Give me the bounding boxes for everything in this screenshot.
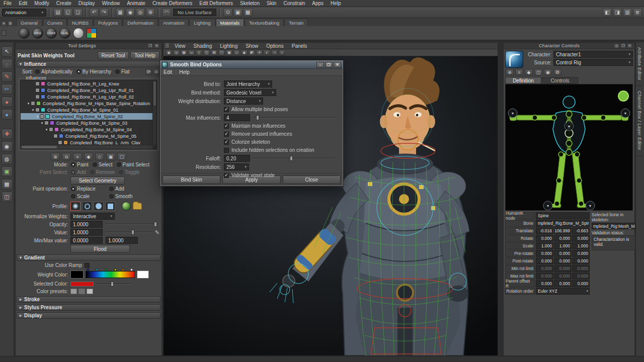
- panel-close-icon[interactable]: ✕: [627, 43, 632, 48]
- shelf-tab-terrain[interactable]: Terrain: [284, 19, 308, 26]
- mode-paint-radio[interactable]: [71, 162, 75, 167]
- camera-icon[interactable]: ◉: [166, 50, 172, 55]
- undo-icon[interactable]: ↶: [90, 8, 99, 17]
- menu-display[interactable]: Display: [75, 0, 99, 7]
- vp-menu-options[interactable]: Options: [262, 43, 287, 49]
- material-sample-icon[interactable]: [19, 28, 30, 39]
- sidebar-tool-settings-icon[interactable]: ◨: [613, 8, 622, 17]
- add-character-icon[interactable]: ⊕: [506, 69, 514, 75]
- dialog-menu-help[interactable]: Help: [179, 69, 190, 75]
- tool-help-button[interactable]: Tool Help: [130, 51, 159, 59]
- snap-curve-icon[interactable]: ◉: [126, 8, 135, 17]
- influence-item[interactable]: Completed_Rig:Bone_M_Hips_Base_Spine_Rot…: [21, 100, 156, 107]
- rotate-y-field[interactable]: 0.000: [554, 235, 572, 242]
- weight-color-high-swatch[interactable]: [137, 270, 149, 279]
- select-camera-icon[interactable]: ◎: [173, 50, 180, 55]
- opacity-slider[interactable]: [105, 221, 157, 227]
- panel-detach-icon[interactable]: ❐: [620, 43, 626, 48]
- falloff-slider[interactable]: [253, 155, 335, 161]
- max-influences-field[interactable]: 4: [224, 114, 250, 121]
- blue-sphere-tool-icon[interactable]: ●: [2, 109, 13, 120]
- shelf-tab-nurbs[interactable]: NURBS: [67, 19, 93, 26]
- include-hidden-selections-checkbox[interactable]: [224, 148, 229, 153]
- menu-skeleton[interactable]: Skeleton: [236, 0, 263, 7]
- blur-tool-icon[interactable]: ◍: [2, 154, 13, 164]
- browse-profile-folder-icon[interactable]: [133, 203, 142, 210]
- snap-plane-icon[interactable]: ⊕: [146, 8, 155, 17]
- vp-menu-panels[interactable]: Panels: [288, 43, 311, 49]
- max-influences-slider[interactable]: [253, 115, 335, 121]
- post-rotate-y-field[interactable]: 0.000: [554, 257, 572, 264]
- paint-op-scale-radio[interactable]: [71, 194, 75, 199]
- menu-file[interactable]: File: [0, 0, 15, 7]
- menu-animate[interactable]: Animate: [123, 0, 149, 7]
- skeleton-definition-view[interactable]: ▼ ▼ ▼ ▼ ▼: [505, 84, 633, 211]
- safe-action-icon[interactable]: ▢: [218, 50, 225, 55]
- snap-point-icon[interactable]: ◎: [136, 8, 145, 17]
- parent-offset-y-field[interactable]: 0.000: [554, 280, 572, 287]
- menu-create[interactable]: Create: [53, 0, 75, 7]
- stroke-section-header[interactable]: Stroke: [17, 296, 160, 303]
- construction-history-icon[interactable]: ⊙: [223, 8, 232, 17]
- weight-distribution-dropdown[interactable]: Distance: [224, 98, 263, 105]
- menu-constrain[interactable]: Constrain: [280, 0, 308, 7]
- max-value-field[interactable]: 1.0000: [106, 237, 138, 244]
- post-rotate-z-field[interactable]: 0.000: [572, 257, 590, 264]
- bind-method-dropdown[interactable]: Geodesic Voxel: [224, 89, 276, 96]
- redo-icon[interactable]: ↷: [100, 8, 109, 17]
- parent-offset-x-field[interactable]: 0.000: [536, 280, 553, 287]
- wireframe-icon[interactable]: ◇: [233, 50, 240, 55]
- textured-icon[interactable]: ◩: [249, 50, 255, 55]
- panel-pin-icon[interactable]: ◎: [614, 43, 619, 48]
- copy-weights-icon[interactable]: ▣: [106, 153, 115, 160]
- lights-icon[interactable]: ☀: [256, 50, 263, 55]
- character-dropdown[interactable]: Character1: [553, 51, 633, 58]
- save-scene-icon[interactable]: ◲: [73, 8, 83, 17]
- gradient-section-header[interactable]: Gradient: [17, 254, 160, 261]
- sort-flat-radio[interactable]: [115, 69, 120, 74]
- paint-op-replace-radio[interactable]: [71, 187, 75, 191]
- motion-blur-icon[interactable]: ≈: [279, 50, 285, 55]
- film-gate-icon[interactable]: ▭: [188, 50, 195, 55]
- separator[interactable]: [219, 8, 221, 17]
- select-geometry-button[interactable]: Select Geometry: [70, 176, 125, 185]
- sort-by-hierarchy-radio[interactable]: [76, 69, 81, 74]
- shaded-icon[interactable]: ◆: [241, 50, 248, 55]
- paint-op-add-radio[interactable]: [109, 187, 114, 191]
- dialog-menu-edit[interactable]: Edit: [164, 69, 172, 75]
- sidebar-attr-editor-icon[interactable]: ◧: [603, 8, 612, 17]
- horizontal-scrollbar[interactable]: [21, 145, 152, 149]
- resolution-dropdown[interactable]: 256: [224, 163, 249, 170]
- menu-edit-deformers[interactable]: Edit Deformers: [196, 0, 236, 7]
- shelf-tab-general[interactable]: General: [16, 19, 42, 26]
- ramp-marker-icon[interactable]: [87, 268, 89, 271]
- channel-box-tab[interactable]: Channel Box / Layer Editor: [636, 86, 643, 156]
- brush-profile-ring-icon[interactable]: [82, 202, 92, 211]
- maximize-icon[interactable]: [325, 62, 333, 68]
- open-scene-icon[interactable]: ◱: [63, 8, 72, 17]
- opacity-field[interactable]: 1.0000: [70, 221, 103, 228]
- ramp-marker-icon[interactable]: [122, 268, 124, 271]
- vertical-scrollbar[interactable]: [152, 80, 156, 145]
- bone-field[interactable]: mpleted_Rig:Bone_M_Spine_01: [536, 220, 590, 227]
- ramp-marker-icon[interactable]: [114, 268, 117, 271]
- influence-item[interactable]: Completed_Rig:Bone_M_Spine_05: [21, 133, 156, 139]
- ramp-marker-icon[interactable]: [130, 268, 133, 271]
- normalize-weights-dropdown[interactable]: Interactive: [70, 213, 115, 220]
- scale-y-field[interactable]: 1.000: [554, 242, 572, 249]
- keying-mode-icon[interactable]: ◉: [544, 69, 552, 75]
- value-field[interactable]: 1.0000: [70, 229, 103, 236]
- expand-arrow-icon[interactable]: [40, 121, 44, 125]
- validate-voxel-state-checkbox[interactable]: [224, 173, 229, 178]
- paste-weights-icon[interactable]: ▢: [117, 153, 126, 160]
- list-options-icon[interactable]: ≡: [153, 69, 159, 75]
- source-dropdown[interactable]: Control Rig: [553, 59, 633, 66]
- shelf-tab-polygons[interactable]: Polygons: [94, 19, 122, 26]
- influence-item[interactable]: Completed_Rig:Bone_R_Leg_Upr_Roll_02: [21, 94, 156, 100]
- safe-title-icon[interactable]: ▣: [226, 50, 232, 55]
- color-preset-swatch[interactable]: [87, 289, 93, 294]
- reset-tool-button[interactable]: Reset Tool: [98, 51, 129, 59]
- remove-influence-icon[interactable]: ⊖: [62, 153, 71, 160]
- selected-color-slider[interactable]: [96, 281, 131, 287]
- menu-apps[interactable]: Apps: [308, 0, 327, 7]
